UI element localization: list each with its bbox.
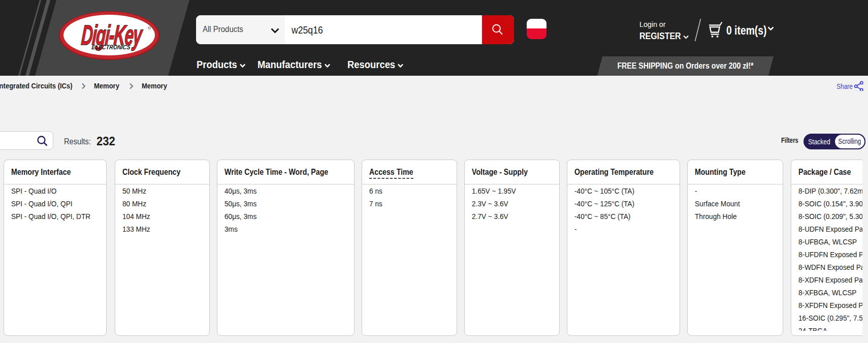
svg-text:ELECTRONICS: ELECTRONICS [91,43,131,50]
